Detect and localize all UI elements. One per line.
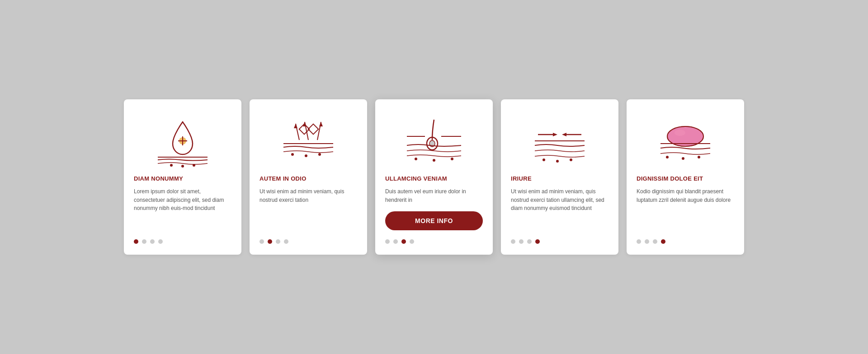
- svg-point-26: [433, 159, 435, 162]
- svg-point-7: [181, 165, 184, 168]
- svg-point-42: [698, 156, 700, 158]
- card-1-title: DIAM NONUMMY: [134, 175, 183, 182]
- card-1: DIAM NONUMMY Lorem ipsum dolor sit amet,…: [124, 99, 241, 255]
- dot-2-2: [276, 239, 280, 244]
- skin-compress-icon: [524, 113, 596, 167]
- svg-point-6: [170, 164, 173, 167]
- svg-marker-12: [294, 124, 297, 128]
- dot-4-3: [535, 239, 540, 244]
- card-3-title: ULLAMCING VENIAM: [385, 175, 447, 182]
- svg-marker-31: [562, 133, 566, 136]
- card-4-icon-area: [511, 113, 609, 167]
- svg-point-35: [570, 158, 572, 161]
- card-3: ULLAMCING VENIAM Duis autem vel eum iriu…: [375, 99, 493, 255]
- svg-point-34: [556, 160, 559, 163]
- card-2-body: Ut wisi enim ad minim veniam, quis nostr…: [259, 187, 357, 230]
- more-info-button[interactable]: MORE INFO: [385, 211, 483, 230]
- dot-2-0: [259, 239, 264, 244]
- dot-4-2: [527, 239, 532, 244]
- card-1-dots: [134, 239, 163, 244]
- dot-3-1: [393, 239, 398, 244]
- svg-point-41: [682, 157, 684, 160]
- dot-5-3: [661, 239, 665, 244]
- svg-point-25: [415, 158, 417, 160]
- card-5-body: Kodio dignissim qui blandit praesent lup…: [637, 187, 734, 230]
- svg-point-8: [193, 164, 195, 167]
- card-4: IRIURE Ut wisi enim ad minim veniam, qui…: [501, 99, 618, 255]
- dot-3-3: [410, 239, 414, 244]
- dot-3-2: [401, 239, 406, 244]
- cards-container: DIAM NONUMMY Lorem ipsum dolor sit amet,…: [97, 81, 771, 273]
- svg-point-19: [305, 154, 307, 157]
- card-3-body: Duis autem vel eum iriure dolor in hendr…: [385, 187, 483, 204]
- svg-point-33: [542, 158, 545, 161]
- svg-point-38: [675, 130, 685, 136]
- svg-marker-16: [319, 122, 323, 126]
- card-5-icon-area: [637, 113, 734, 167]
- card-5-title: DIGNISSIM DOLOE EIT: [637, 175, 703, 182]
- dot-2-3: [284, 239, 288, 244]
- card-1-icon-area: [134, 113, 231, 167]
- dot-3-0: [385, 239, 390, 244]
- dot-5-2: [653, 239, 657, 244]
- card-1-body: Lorem ipsum dolor sit amet, consectetuer…: [134, 187, 231, 230]
- dot-1-3: [158, 239, 163, 244]
- card-3-icon-area: [385, 113, 483, 167]
- dot-1-0: [134, 239, 138, 244]
- dot-1-2: [150, 239, 155, 244]
- card-4-dots: [511, 239, 540, 244]
- svg-point-27: [451, 158, 453, 160]
- card-5-dots: [637, 239, 665, 244]
- card-3-dots: [385, 239, 414, 244]
- card-2: AUTEM IN ODIO Ut wisi enim ad minim veni…: [250, 99, 367, 255]
- dot-1-1: [142, 239, 146, 244]
- dot-4-1: [519, 239, 524, 244]
- svg-point-20: [318, 153, 321, 156]
- svg-point-18: [291, 153, 294, 156]
- card-2-dots: [259, 239, 288, 244]
- svg-point-40: [666, 156, 669, 158]
- dot-2-1: [268, 239, 272, 244]
- hair-follicle-icon: [398, 113, 470, 167]
- card-4-title: IRIURE: [511, 175, 532, 182]
- dot-5-1: [645, 239, 649, 244]
- card-4-body: Ut wisi enim ad minim veniam, quis nostr…: [511, 187, 609, 230]
- dot-4-0: [511, 239, 515, 244]
- dot-5-0: [637, 239, 641, 244]
- card-2-title: AUTEM IN ODIO: [259, 175, 307, 182]
- skin-drop-icon: [146, 113, 219, 167]
- card-2-icon-area: [259, 113, 357, 167]
- blister-skin-icon: [649, 113, 722, 167]
- svg-marker-29: [553, 133, 557, 136]
- skin-arrows-icon: [272, 113, 344, 167]
- svg-marker-14: [303, 122, 307, 126]
- card-5: DIGNISSIM DOLOE EIT Kodio dignissim qui …: [627, 99, 744, 255]
